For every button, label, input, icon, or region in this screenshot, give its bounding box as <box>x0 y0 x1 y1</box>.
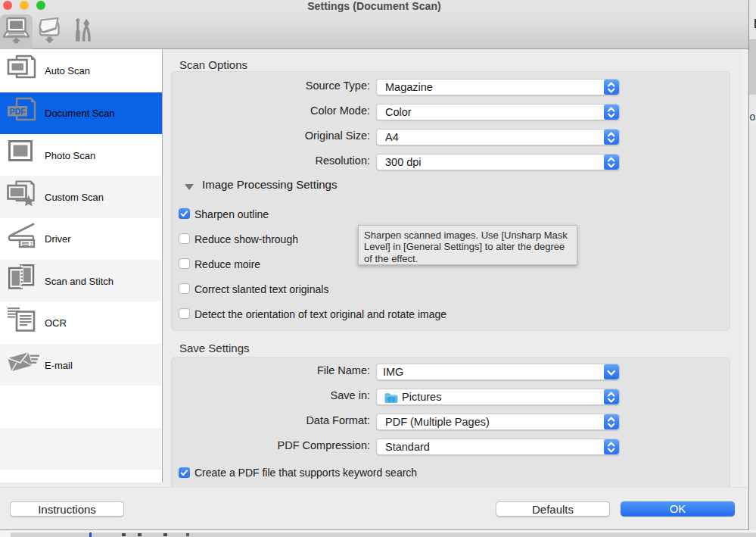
svg-text:PDF: PDF <box>10 107 26 116</box>
